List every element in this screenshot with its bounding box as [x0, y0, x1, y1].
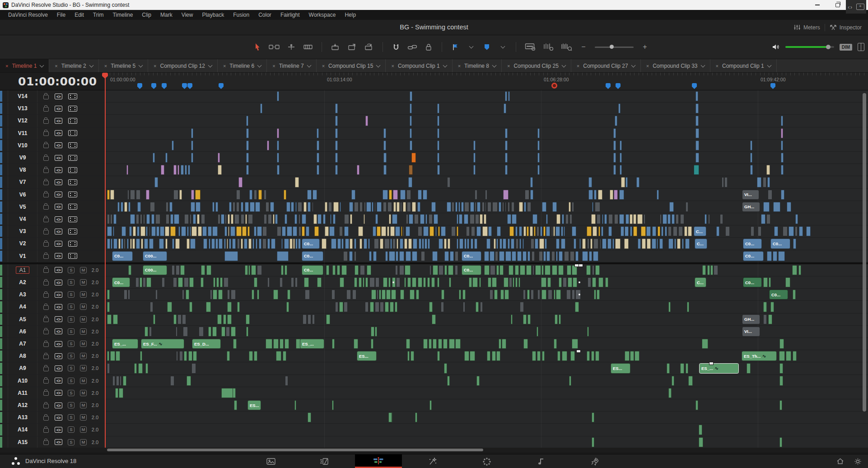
audio-clip[interactable] — [672, 376, 674, 386]
video-clip[interactable] — [505, 153, 508, 163]
video-clip[interactable] — [245, 214, 247, 224]
video-clip[interactable] — [556, 251, 558, 261]
audio-clip[interactable] — [281, 265, 284, 275]
video-clip[interactable] — [435, 226, 437, 236]
video-clip[interactable] — [126, 165, 128, 175]
video-clip[interactable] — [459, 214, 462, 224]
video-clip[interactable] — [187, 226, 189, 236]
auto-select-icon[interactable]: <> — [55, 253, 62, 259]
video-clip[interactable] — [519, 239, 521, 248]
audio-clip[interactable] — [223, 314, 226, 324]
video-clip[interactable] — [508, 239, 510, 248]
audio-clip[interactable] — [395, 302, 397, 312]
auto-select-icon[interactable]: <> — [55, 204, 62, 210]
video-enable-icon[interactable] — [68, 179, 77, 185]
video-clip[interactable] — [233, 202, 235, 212]
audio-clip[interactable] — [558, 265, 564, 275]
audio-clip[interactable] — [527, 290, 530, 300]
video-clip[interactable] — [564, 226, 565, 236]
video-clip[interactable] — [165, 226, 170, 236]
video-clip[interactable] — [177, 165, 180, 175]
audio-clip[interactable] — [135, 277, 139, 287]
audio-clip[interactable] — [575, 302, 579, 312]
audio-clip[interactable] — [150, 302, 153, 312]
audio-clip[interactable] — [246, 327, 248, 337]
video-clip[interactable] — [767, 251, 772, 261]
video-clip[interactable] — [224, 251, 238, 261]
video-clip[interactable] — [256, 239, 257, 248]
audio-clip[interactable] — [245, 265, 248, 275]
video-clip[interactable] — [317, 140, 319, 150]
video-clip[interactable] — [499, 202, 501, 212]
menu-item-help[interactable]: Help — [340, 10, 360, 20]
audio-clip[interactable] — [286, 302, 289, 312]
audio-clip[interactable] — [793, 290, 796, 300]
video-clip[interactable] — [293, 239, 295, 248]
video-clip[interactable] — [437, 153, 439, 163]
video-clip[interactable] — [795, 226, 798, 236]
menu-item-mark[interactable]: Mark — [156, 10, 177, 20]
video-clip[interactable] — [295, 202, 297, 212]
lock-icon[interactable] — [43, 440, 49, 445]
video-clip[interactable] — [211, 239, 215, 248]
video-clip[interactable] — [601, 226, 603, 236]
video-clip[interactable] — [720, 214, 723, 224]
video-clip[interactable] — [191, 190, 194, 200]
audio-clip[interactable] — [547, 277, 551, 287]
audio-clip[interactable] — [332, 400, 334, 410]
video-clip[interactable] — [107, 214, 110, 224]
video-clip[interactable] — [227, 239, 229, 248]
video-clip[interactable] — [455, 202, 457, 212]
audio-clip[interactable]: C0... — [112, 277, 130, 287]
track-header-V7[interactable]: V7<> — [0, 176, 105, 188]
video-clip[interactable] — [113, 239, 117, 248]
video-clip[interactable] — [473, 165, 476, 175]
video-clip[interactable] — [799, 226, 803, 236]
video-clip[interactable] — [231, 214, 234, 224]
tab-timeline-5[interactable]: ×Timeline 5 — [99, 59, 148, 72]
audio-clip[interactable] — [188, 351, 192, 361]
audio-clip[interactable] — [668, 302, 671, 312]
video-clip[interactable] — [497, 226, 501, 236]
video-clip[interactable] — [408, 239, 412, 248]
audio-clip[interactable] — [573, 277, 577, 287]
video-clip[interactable] — [496, 239, 498, 248]
auto-select-icon[interactable]: <> — [55, 341, 62, 347]
audio-clip[interactable] — [285, 376, 288, 386]
auto-select-icon[interactable]: <> — [55, 402, 62, 408]
video-clip[interactable] — [264, 214, 267, 224]
video-clip[interactable] — [562, 214, 564, 224]
video-clip[interactable] — [137, 202, 141, 212]
video-clip[interactable] — [255, 202, 260, 212]
video-clip[interactable] — [285, 214, 287, 224]
video-clip[interactable] — [335, 153, 338, 163]
audio-clip[interactable] — [375, 277, 379, 287]
lock-icon[interactable] — [43, 428, 49, 433]
solo-button[interactable]: S — [68, 439, 75, 445]
trim-edit-mode[interactable] — [269, 42, 280, 52]
video-clip[interactable] — [569, 214, 572, 224]
auto-select-icon[interactable]: <> — [55, 167, 62, 173]
tab-compound-clip-27[interactable]: ×Compound Clip 27 — [571, 59, 641, 72]
audio-clip[interactable] — [595, 351, 599, 361]
audio-clip[interactable] — [201, 265, 205, 275]
video-clip[interactable] — [202, 226, 207, 236]
audio-clip[interactable] — [367, 265, 371, 275]
video-clip[interactable] — [124, 202, 127, 212]
video-clip[interactable] — [512, 251, 516, 261]
audio-clip[interactable] — [591, 351, 594, 361]
video-clip[interactable] — [191, 128, 193, 138]
video-clip[interactable] — [668, 239, 674, 248]
audio-clip[interactable] — [294, 400, 296, 410]
video-clip[interactable] — [191, 153, 193, 163]
video-clip[interactable] — [172, 140, 174, 150]
video-clip[interactable] — [136, 214, 139, 224]
video-clip[interactable] — [150, 202, 155, 212]
audio-clip[interactable] — [110, 351, 115, 361]
tab-compound-clip-25[interactable]: ×Compound Clip 25 — [502, 59, 571, 72]
video-clip[interactable] — [467, 239, 470, 248]
close-tab-icon[interactable]: × — [391, 63, 394, 69]
video-clip[interactable] — [277, 153, 279, 163]
audio-clip[interactable] — [116, 376, 119, 386]
audio-clip[interactable] — [107, 314, 112, 324]
